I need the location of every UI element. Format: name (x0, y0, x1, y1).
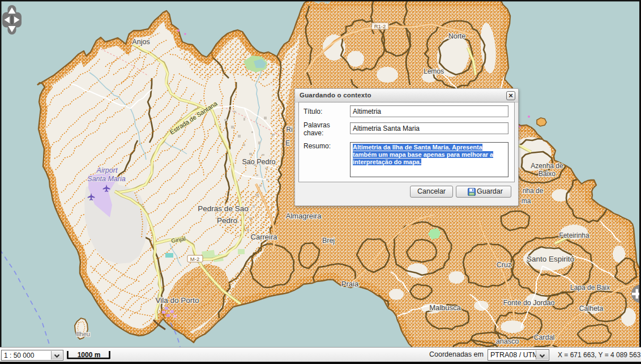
svg-text:M-2: M-2 (190, 256, 199, 262)
svg-text:E: E (285, 139, 290, 147)
svg-text:1000 m: 1000 m (78, 351, 101, 359)
svg-text:Ri: Ri (286, 126, 292, 134)
svg-text:Baixo: Baixo (539, 170, 555, 178)
svg-text:Calheta: Calheta (579, 305, 603, 312)
svg-text:anasco: anasco (496, 337, 519, 345)
svg-text:Ilheu: Ilheu (76, 331, 90, 337)
svg-text:Santo Espirito: Santo Espirito (527, 255, 574, 263)
svg-text:Cardal: Cardal (534, 333, 555, 341)
svg-text:Norte: Norte (448, 32, 466, 40)
svg-text:Almagreira: Almagreira (286, 212, 322, 220)
svg-text:Feteirinha: Feteirinha (559, 232, 589, 239)
svg-text:Lapa de Baix: Lapa de Baix (570, 284, 610, 292)
svg-text:Carreira: Carreira (251, 233, 278, 241)
svg-text:Praia: Praia (341, 280, 359, 288)
svg-text:Anjos: Anjos (132, 38, 149, 46)
svg-text:Fonte do Jordao: Fonte do Jordao (503, 299, 554, 307)
svg-text:Malbusca: Malbusca (429, 303, 461, 312)
svg-text:Santa Maria: Santa Maria (87, 175, 125, 183)
svg-text:Sao Pedro: Sao Pedro (242, 158, 275, 166)
svg-text:Lemos: Lemos (424, 67, 444, 75)
svg-text:R1-2: R1-2 (374, 23, 386, 29)
svg-text:Pedras de Sao: Pedras de Sao (198, 204, 248, 213)
svg-text:Brej: Brej (322, 237, 335, 245)
svg-text:Vila do Porto: Vila do Porto (155, 296, 199, 305)
svg-text:ma: ma (522, 197, 531, 205)
svg-text:Azenha de: Azenha de (531, 162, 563, 170)
svg-text:Cruz: Cruz (497, 261, 511, 269)
svg-text:Airport: Airport (96, 166, 118, 174)
svg-text:Pedro: Pedro (217, 216, 237, 225)
svg-text:nha de: nha de (523, 187, 544, 195)
